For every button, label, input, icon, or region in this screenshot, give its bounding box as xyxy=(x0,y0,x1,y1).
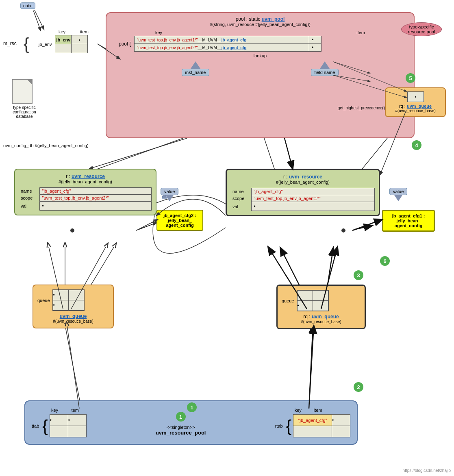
uvm-config-db-label: uvm_config_db #(jelly_bean_agent_config) xyxy=(3,143,89,148)
ttab-item-hdr: item xyxy=(70,408,79,413)
lookup-label-text: lookup xyxy=(106,53,414,58)
rtab-key-hdr: key xyxy=(295,408,302,413)
jb-env-area: key item jb_env jb_env • xyxy=(39,29,96,53)
rtab-label: rtab xyxy=(275,424,283,428)
jb-env-table: jb_env • xyxy=(55,35,88,53)
left-queue-box: queue • • uvm_queue xyxy=(33,285,114,328)
left-q-cell2 xyxy=(68,290,84,300)
left-val-label: val xyxy=(19,202,39,211)
ttab-brace: { xyxy=(42,419,48,433)
right-val-cell: • xyxy=(251,202,375,211)
right-scope-val: "uvm_test_top.jb_env.jb_agent1*" xyxy=(251,195,375,202)
pool-label: pool { xyxy=(119,41,131,47)
inst-name-triangle xyxy=(191,61,200,69)
lookup-labels: inst_name field name xyxy=(106,61,414,76)
jb-env-key-cell: jb_env xyxy=(55,35,72,44)
svg-line-37 xyxy=(136,220,158,230)
singleton-label: <<singleton>> xyxy=(95,425,267,430)
pool-table-row: pool { "uvm_test_top.jb_env.jb_agent1*"_… xyxy=(106,36,414,52)
jb-env-key-cell2 xyxy=(55,44,72,53)
ttab-item2 xyxy=(68,426,86,437)
jb-env-row: jb_env jb_env • xyxy=(39,35,96,53)
left-queue-name: uvm_queue xyxy=(37,313,109,319)
left-resource-table: name "jb_agent_cfg" scope "uvm_test_top.… xyxy=(19,187,152,211)
right-name-val: "jb_agent_cfg" xyxy=(251,188,375,195)
value-triangle-left xyxy=(165,195,174,201)
pool-type-name: uvm_pool xyxy=(262,16,285,22)
m-rsc-label: m_rsc xyxy=(3,41,17,46)
value-label-left: value xyxy=(161,188,178,195)
right-q-cell4 xyxy=(313,301,328,311)
left-q-cell3: • xyxy=(53,300,68,311)
left-queue-type: #(uvm_resouce_base) xyxy=(37,319,109,324)
ttab-key1: • xyxy=(50,415,68,426)
right-q-cell1: • xyxy=(297,291,313,301)
svg-line-14 xyxy=(65,325,81,409)
left-name-val: "jb_agent_cfg" xyxy=(39,188,152,195)
left-resource-box: r : uvm_resource #(jelly_bean_agent_conf… xyxy=(14,169,156,215)
pool-type-text: #(string, uvm_resouce #(jelly_bean_agent… xyxy=(106,22,414,27)
rq-type-top: #(uvm_resouce_base) xyxy=(389,109,442,113)
brace: { xyxy=(24,36,29,52)
rq-uvm-queue-top: • rq : uvm_queue #(uvm_resouce_base) xyxy=(385,87,446,117)
num-3-circle: 3 xyxy=(354,270,363,280)
diagram-container: cntxt m_rsc key item jb_env jb_env • xyxy=(0,0,454,476)
rtab-headers: key item xyxy=(295,408,322,413)
svg-line-6 xyxy=(138,223,156,230)
rtab-table-row: rtab { "jb_agent_cfg" • xyxy=(275,414,350,437)
left-queue-table: • • xyxy=(53,290,84,311)
left-scope-label: scope xyxy=(19,195,39,202)
inst-name-group: inst_name xyxy=(182,61,210,76)
ttab-label: ttab xyxy=(32,424,39,428)
pool-key-item-labels: key item xyxy=(106,30,414,35)
pool-title: pool : static uvm_pool xyxy=(106,16,414,22)
item-header: item xyxy=(73,29,96,34)
right-queue-name: rq : uvm_queue xyxy=(282,314,361,320)
config-db-file-icon xyxy=(12,79,33,104)
svg-line-5 xyxy=(354,226,372,230)
type-specific-resource-pool: type-specificresource pool xyxy=(401,22,442,36)
jb-env-item-cell: • xyxy=(72,35,88,44)
left-name-label: name xyxy=(19,188,39,195)
svg-point-20 xyxy=(341,228,345,233)
right-name-label: name xyxy=(231,188,251,195)
right-queue-inner: queue • • xyxy=(282,290,361,311)
rtab-group: key item rtab { "jb_agent_cfg" • xyxy=(275,408,350,437)
rq-name-top: rq : uvm_queue xyxy=(389,104,442,109)
svg-line-36 xyxy=(285,138,293,169)
pool-key-label: key xyxy=(155,30,162,35)
rtab-item2 xyxy=(332,426,350,437)
num-2-circle: 2 xyxy=(354,382,363,392)
rq-label-top: • xyxy=(389,91,442,102)
ttab-item1: • xyxy=(68,415,86,426)
svg-line-15 xyxy=(309,325,313,409)
num-6-circle: 6 xyxy=(380,256,390,266)
pool-key1-red: "uvm_test_top.jb_env.jb_agent1*" xyxy=(137,38,198,42)
right-queue-table-wrap: • • xyxy=(297,290,329,311)
svg-line-43 xyxy=(67,326,79,409)
jb-env-label: jb_env xyxy=(39,42,52,47)
right-r-type: #(jelly_bean_agent_config) xyxy=(231,180,375,185)
right-resource-box: r : uvm_resource #(jelly_bean_agent_conf… xyxy=(226,169,380,216)
left-q-cell4 xyxy=(68,300,84,311)
left-r-label: r : uvm_resource xyxy=(19,174,152,179)
pool-row2-item: • xyxy=(309,44,321,52)
ttab-table: • • xyxy=(50,414,87,437)
rq-uvm-queue-name-top: uvm_queue xyxy=(407,104,432,109)
rq-table-top: • xyxy=(407,91,424,102)
svg-line-38 xyxy=(352,220,382,230)
key-item-headers: key item xyxy=(51,29,96,34)
left-queue-label: queue xyxy=(37,298,50,303)
jb-agent-cfg1-box: jb_agent_cfg1 :jelly_bean_agent_config xyxy=(382,210,435,232)
rtab-key2 xyxy=(293,426,332,437)
value-triangle-right xyxy=(394,195,402,201)
ttab-table-row: ttab { • • xyxy=(32,414,87,437)
pool-area: pool : static uvm_pool #(string, uvm_res… xyxy=(106,12,415,138)
rtab-item-hdr: item xyxy=(314,408,322,413)
right-r-label: r : uvm_resource xyxy=(231,174,375,180)
rtab-key1: "jb_agent_cfg" xyxy=(293,415,332,426)
svg-line-35 xyxy=(89,138,187,169)
right-queue-type: #(uvm_resouce_base) xyxy=(282,320,361,324)
right-q-cell2 xyxy=(313,291,328,301)
left-q-cell1: • xyxy=(53,290,68,300)
